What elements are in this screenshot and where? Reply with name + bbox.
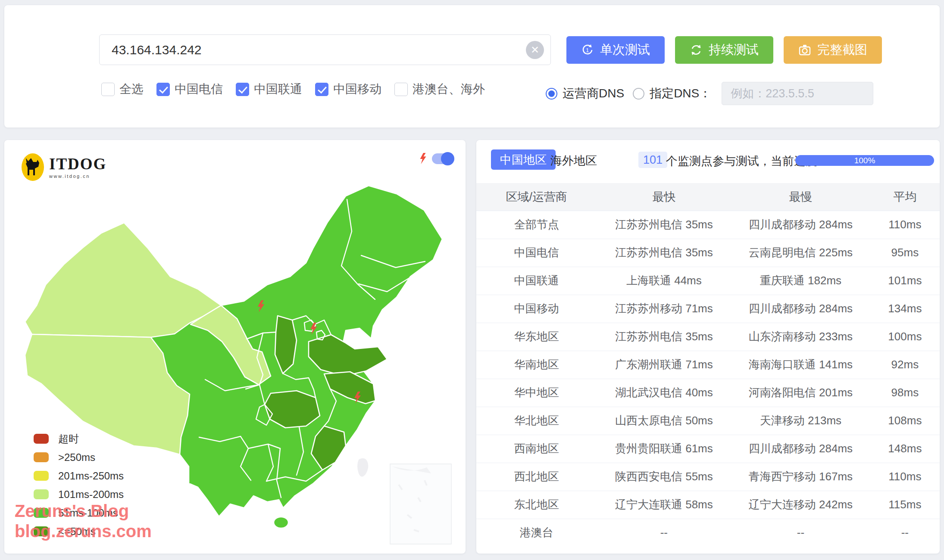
clear-input-icon[interactable]: ✕: [526, 41, 544, 59]
legend-chip-lightgreen: [34, 489, 49, 499]
province-shandong[interactable]: [309, 335, 387, 376]
refresh-once-icon: 1: [581, 44, 594, 56]
results-header: 中国地区 海外地区 101 个监测点参与测试，当前进度： 100%: [476, 140, 940, 183]
progress-label: 100%: [854, 156, 875, 165]
checkbox-label: 中国电信: [175, 81, 223, 97]
map-animation-toggle-wrap: [419, 153, 453, 164]
legend-chip-green: [34, 508, 49, 518]
table-row: 华南地区广东潮州联通 71ms海南海口联通 141ms92ms: [476, 351, 940, 379]
map-card: ITDOG www.itdog.cn 超时 >250ms 201ms-250ms…: [4, 140, 466, 554]
logo-subtitle: www.itdog.cn: [49, 174, 106, 179]
camera-icon: [798, 44, 811, 56]
svg-text:1: 1: [586, 47, 589, 53]
single-test-button[interactable]: 1 单次测试: [566, 36, 665, 64]
radio-label: 运营商DNS: [563, 85, 624, 102]
radio-label: 指定DNS：: [650, 85, 711, 102]
table-row: 中国电信江苏苏州电信 35ms云南昆明电信 225ms95ms: [476, 239, 940, 267]
results-card: 中国地区 海外地区 101 个监测点参与测试，当前进度： 100% 区域/运营商…: [476, 140, 940, 554]
legend-chip-orange: [34, 452, 49, 462]
checkbox-icon[interactable]: [394, 83, 408, 96]
col-slowest: 最慢: [731, 183, 870, 211]
checkbox-checked-icon[interactable]: [236, 83, 249, 96]
col-fastest: 最快: [597, 183, 731, 211]
checkbox-label: 中国移动: [333, 81, 381, 97]
refresh-loop-icon: [690, 44, 703, 56]
radio-selected-icon[interactable]: [546, 88, 557, 100]
checkbox-checked-icon[interactable]: [315, 83, 328, 96]
checkbox-label: 中国联通: [254, 81, 302, 97]
checkbox-select-all[interactable]: 全选: [101, 81, 144, 97]
col-region: 区域/运营商: [476, 183, 597, 211]
continuous-test-label: 持续测试: [709, 41, 759, 59]
col-average: 平均: [870, 183, 940, 211]
checkbox-china-unicom[interactable]: 中国联通: [236, 81, 302, 97]
itdog-dog-icon: [21, 153, 45, 181]
radio-carrier-dns[interactable]: 运营商DNS: [546, 85, 624, 102]
bolt-icon: [419, 153, 428, 164]
table-row: 东北地区辽宁大连联通 58ms辽宁大连移动 242ms115ms: [476, 491, 940, 519]
radio-custom-dns[interactable]: 指定DNS：: [633, 85, 711, 102]
single-test-label: 单次测试: [600, 41, 650, 59]
legend-item-over-250[interactable]: >250ms: [34, 448, 124, 467]
logo-title: ITDOG: [49, 156, 106, 172]
monitor-count-badge: 101: [638, 152, 667, 168]
dns-option-row: 运营商DNS 指定DNS：: [546, 82, 873, 105]
screenshot-button[interactable]: 完整截图: [784, 36, 882, 64]
host-input[interactable]: [99, 34, 551, 65]
checkbox-label: 港澳台、海外: [413, 81, 485, 97]
checkbox-china-mobile[interactable]: 中国移动: [315, 81, 381, 97]
south-china-sea-inset: [390, 464, 451, 544]
itdog-logo[interactable]: ITDOG www.itdog.cn: [21, 153, 106, 181]
tab-china-region[interactable]: 中国地区: [491, 149, 556, 170]
table-row: 港澳台------: [476, 519, 940, 547]
query-card: ✕ 1 单次测试 持续测试 完整截图 全选 中国电信: [4, 5, 940, 128]
radio-icon[interactable]: [633, 88, 644, 100]
screenshot-label: 完整截图: [817, 41, 867, 59]
latency-legend: 超时 >250ms 201ms-250ms 101ms-200ms 51ms-1…: [34, 429, 124, 541]
progress-bar: 100%: [795, 155, 934, 166]
table-row: 全部节点江苏苏州电信 35ms四川成都移动 284ms110ms: [476, 211, 940, 239]
action-buttons: 1 单次测试 持续测试 完整截图: [566, 36, 882, 64]
legend-item-under-50[interactable]: <=50ms: [34, 522, 124, 541]
legend-chip-darkgreen: [34, 526, 49, 536]
province-taiwan[interactable]: [357, 458, 368, 477]
table-row: 华北地区山西太原电信 50ms天津移动 213ms108ms: [476, 407, 940, 435]
table-row: 中国联通上海联通 44ms重庆联通 182ms101ms: [476, 267, 940, 295]
table-row: 西北地区陕西西安电信 55ms青海西宁移动 167ms110ms: [476, 463, 940, 491]
table-row: 中国移动江苏苏州移动 71ms四川成都移动 284ms134ms: [476, 295, 940, 323]
latency-summary-table: 区域/运营商 最快 最慢 平均 全部节点江苏苏州电信 35ms四川成都移动 28…: [476, 183, 940, 547]
table-row: 西南地区贵州贵阳联通 61ms四川成都移动 284ms148ms: [476, 435, 940, 463]
checkbox-china-telecom[interactable]: 中国电信: [156, 81, 223, 97]
province-hainan[interactable]: [274, 517, 288, 528]
legend-item-201-250[interactable]: 201ms-250ms: [34, 467, 124, 485]
map-animation-toggle[interactable]: [432, 153, 453, 164]
legend-item-101-200[interactable]: 101ms-200ms: [34, 485, 124, 504]
checkbox-label: 全选: [119, 81, 144, 97]
tab-overseas-region[interactable]: 海外地区: [550, 153, 597, 168]
custom-dns-input[interactable]: [722, 82, 873, 105]
checkbox-checked-icon[interactable]: [156, 83, 170, 96]
checkbox-overseas[interactable]: 港澳台、海外: [394, 81, 485, 97]
checkbox-icon[interactable]: [101, 83, 115, 96]
legend-item-51-100[interactable]: 51ms-100ms: [34, 504, 124, 522]
legend-item-timeout[interactable]: 超时: [34, 429, 124, 448]
host-input-wrap: ✕: [99, 34, 551, 65]
legend-chip-red: [34, 434, 49, 444]
legend-chip-yellow: [34, 471, 49, 481]
province-xinjiang[interactable]: [25, 223, 221, 337]
table-header-row: 区域/运营商 最快 最慢 平均: [476, 183, 940, 211]
continuous-test-button[interactable]: 持续测试: [675, 36, 773, 64]
table-row: 华东地区江苏苏州电信 35ms山东济南移动 233ms100ms: [476, 323, 940, 351]
isp-filter-row: 全选 中国电信 中国联通 中国移动 港澳台、海外: [101, 81, 485, 97]
table-row: 华中地区湖北武汉电信 40ms河南洛阳电信 201ms98ms: [476, 379, 940, 407]
